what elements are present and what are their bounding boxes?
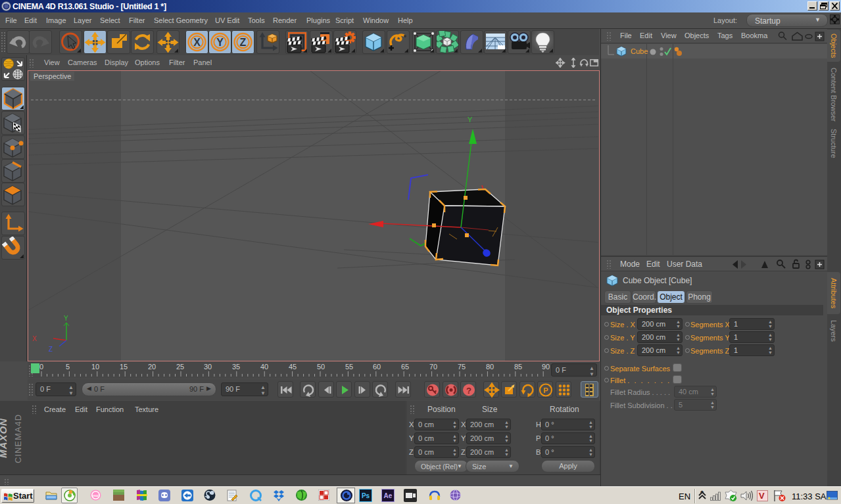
- svg-text:osu!: osu!: [92, 493, 100, 497]
- svg-text:Z: Z: [49, 346, 53, 353]
- svg-text:10: 10: [91, 363, 99, 371]
- svg-text:15: 15: [120, 363, 128, 371]
- svg-text:80: 80: [486, 363, 494, 371]
- svg-text:Y: Y: [64, 315, 68, 322]
- svg-text:40: 40: [260, 363, 268, 371]
- svg-text:35: 35: [232, 363, 240, 371]
- svg-text:45: 45: [289, 363, 297, 371]
- svg-text:Ps: Ps: [362, 492, 370, 499]
- svg-text:Z: Z: [240, 37, 247, 48]
- svg-text:?: ?: [466, 386, 471, 396]
- svg-text:0: 0: [39, 363, 43, 371]
- svg-text:Y: Y: [216, 37, 224, 48]
- svg-text:90: 90: [542, 363, 550, 371]
- svg-text:30: 30: [204, 363, 212, 371]
- svg-text:X: X: [32, 335, 37, 342]
- svg-text:Cube: Cube: [631, 47, 648, 55]
- svg-text:X: X: [193, 37, 201, 48]
- svg-text:85: 85: [514, 363, 522, 371]
- svg-text:65: 65: [401, 363, 409, 371]
- svg-text:25: 25: [176, 363, 184, 371]
- svg-text:70: 70: [429, 363, 437, 371]
- svg-text:75: 75: [458, 363, 466, 371]
- svg-text:50: 50: [317, 363, 325, 371]
- svg-text:5: 5: [66, 363, 70, 371]
- svg-text:P: P: [543, 386, 548, 394]
- svg-text:20: 20: [148, 363, 156, 371]
- svg-text:60: 60: [373, 363, 381, 371]
- svg-text:Y: Y: [468, 116, 473, 124]
- svg-text:Ae: Ae: [384, 492, 393, 499]
- svg-text:55: 55: [345, 363, 353, 371]
